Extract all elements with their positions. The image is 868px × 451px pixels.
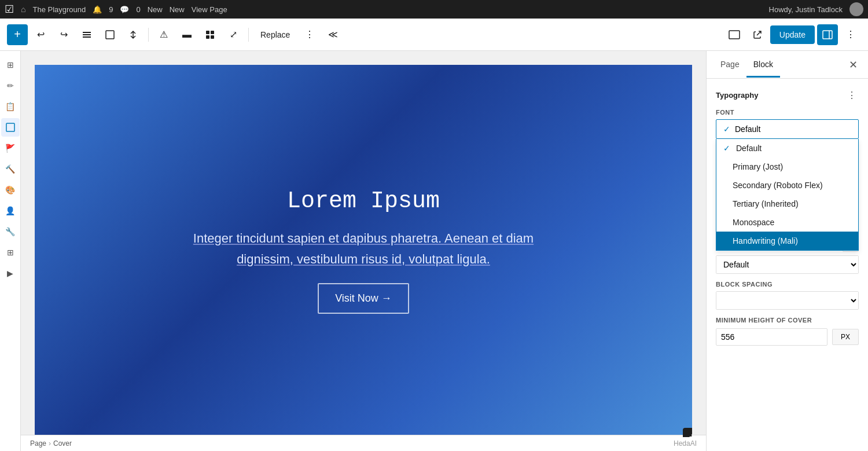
font-option-default[interactable]: ✓ Default — [716, 139, 858, 157]
howdy-text: Howdy, Justin Tadlock — [769, 5, 843, 14]
font-selected-check: ✓ — [723, 124, 730, 134]
sidebar-icon-tools[interactable]: 🔨 — [1, 160, 20, 178]
svg-rect-6 — [206, 35, 209, 39]
svg-rect-1 — [83, 34, 91, 35]
default-check-icon: ✓ — [723, 144, 730, 153]
panel-content: Typography ⋮ FONT ✓ Default ✓ Default Pr… — [707, 79, 868, 451]
font-option-tertiary[interactable]: Tertiary (Inherited) — [716, 195, 858, 213]
svg-rect-0 — [83, 32, 91, 33]
comments-icon[interactable]: 💬 — [120, 5, 129, 14]
sidebar-icon-clipboard[interactable]: 📋 — [1, 97, 20, 116]
margin-select-wrapper: Default 0 Custom — [716, 255, 859, 274]
toggle-sidebar-button[interactable] — [817, 24, 838, 45]
typography-more-button[interactable]: ⋮ — [845, 88, 859, 102]
editor-toolbar: + ↩ ↪ ⚠ ▬ ⤢ Replace ⋮ ≪ Update ⋮ — [0, 19, 868, 51]
svg-rect-7 — [211, 35, 214, 39]
font-option-secondary[interactable]: Secondary (Roboto Flex) — [716, 176, 858, 195]
svg-rect-11 — [6, 123, 14, 131]
font-option-handwriting[interactable]: Handwriting (Mali) — [716, 232, 858, 250]
wp-logo-icon: ☑ — [5, 3, 14, 16]
tab-page[interactable]: Page — [713, 53, 746, 78]
panel-tabs: Page Block ✕ — [707, 51, 868, 79]
sidebar-icon-play[interactable]: ▶ — [1, 264, 20, 283]
block-spacing-select-wrapper: 0 Default — [716, 291, 859, 310]
update-button[interactable]: Update — [770, 25, 815, 44]
view-page-link[interactable]: View Page — [192, 5, 227, 14]
brand-name: HedaAI — [674, 439, 697, 448]
comments-count: 0 — [136, 5, 140, 14]
svg-rect-2 — [83, 36, 91, 38]
sidebar-icon-wrench[interactable]: 🔧 — [1, 222, 20, 241]
font-option-default-label: Default — [736, 144, 762, 153]
min-height-row: PX — [716, 328, 859, 346]
notifications-icon[interactable]: 🔔 — [93, 5, 102, 14]
add-block-button[interactable]: + — [7, 24, 28, 45]
svg-rect-5 — [211, 31, 214, 34]
font-dropdown-button[interactable]: ✓ Default — [716, 119, 859, 139]
canvas-inner: Lorem Ipsum Integer tincidunt sapien et … — [35, 65, 692, 437]
block-button[interactable]: ▬ — [176, 24, 197, 45]
preview-button[interactable] — [100, 24, 120, 45]
warning-button[interactable]: ⚠ — [153, 24, 174, 45]
main-layout: ⊞ ✏ 📋 🚩 🔨 🎨 👤 🔧 ⊞ ▶ Lorem Ipsum Integer … — [0, 51, 868, 451]
block-spacing-section: BLOCK SPACING 0 Default — [716, 281, 859, 310]
site-name: The Playground — [32, 5, 86, 14]
notifications-count: 9 — [109, 5, 113, 14]
small-screen-icon-button[interactable] — [724, 24, 745, 45]
breadcrumb-page[interactable]: Page — [30, 439, 46, 448]
more-options-button[interactable]: ⋮ — [299, 24, 320, 45]
font-dropdown-list: ✓ Default Primary (Jost) Secondary (Robo… — [716, 139, 859, 251]
margin-select[interactable]: Default 0 Custom — [716, 256, 858, 273]
tab-block[interactable]: Block — [746, 53, 780, 78]
cover-title: Lorem Ipsum — [287, 188, 440, 214]
breadcrumb-separator: › — [49, 439, 51, 448]
svg-rect-4 — [206, 31, 209, 34]
external-link-button[interactable] — [747, 24, 768, 45]
font-dropdown-container: ✓ Default ✓ Default Primary (Jost) Secon… — [716, 119, 859, 139]
arrows-button[interactable] — [123, 24, 144, 45]
sidebar-icon-palette[interactable]: 🎨 — [1, 181, 20, 199]
svg-rect-3 — [106, 31, 114, 39]
min-height-unit: PX — [832, 329, 859, 345]
new-button[interactable]: New — [148, 5, 163, 14]
replace-button[interactable]: Replace — [253, 27, 297, 43]
list-view-button[interactable] — [76, 24, 97, 45]
cover-text: Integer tincidunt sapien et dapibus phar… — [190, 228, 537, 269]
redo-button[interactable]: ↪ — [53, 24, 74, 45]
sidebar-icon-flag[interactable]: 🚩 — [1, 139, 20, 157]
canvas-area: Lorem Ipsum Integer tincidunt sapien et … — [21, 51, 706, 451]
left-sidebar: ⊞ ✏ 📋 🚩 🔨 🎨 👤 🔧 ⊞ ▶ — [0, 51, 21, 451]
sidebar-icon-grid[interactable]: ⊞ — [1, 243, 20, 262]
typography-label: Typography — [716, 91, 758, 100]
grid-button[interactable] — [200, 24, 220, 45]
avatar — [849, 2, 863, 16]
site-icon: ⌂ — [21, 5, 25, 14]
breadcrumb-cover[interactable]: Cover — [53, 439, 72, 448]
font-option-primary[interactable]: Primary (Jost) — [716, 157, 858, 176]
font-option-monospace[interactable]: Monospace — [716, 213, 858, 232]
top-navigation-bar: ☑ ⌂ The Playground 🔔 9 💬 0 New New View … — [0, 0, 868, 19]
collapse-button[interactable]: ≪ — [322, 24, 343, 45]
font-field-label: FONT — [716, 109, 859, 116]
block-spacing-label: BLOCK SPACING — [716, 281, 859, 288]
sidebar-icon-layers[interactable] — [1, 118, 20, 137]
fullscreen-button[interactable]: ⤢ — [223, 24, 244, 45]
undo-button[interactable]: ↩ — [30, 24, 51, 45]
sidebar-icon-edit[interactable]: ✏ — [1, 76, 20, 95]
typography-section-header: Typography ⋮ — [716, 88, 859, 102]
add-block-below-button[interactable]: + — [683, 428, 692, 437]
cover-button[interactable]: Visit Now → — [318, 283, 409, 314]
min-height-label: MINIMUM HEIGHT OF COVER — [716, 317, 859, 324]
panel-more-button[interactable]: ⋮ — [840, 24, 861, 45]
close-panel-button[interactable]: ✕ — [845, 57, 861, 73]
new-label[interactable]: New — [170, 5, 185, 14]
svg-rect-9 — [823, 31, 832, 39]
cover-block: Lorem Ipsum Integer tincidunt sapien et … — [35, 65, 692, 437]
status-bar: Page › Cover HedaAI — [21, 435, 706, 451]
sidebar-icon-user[interactable]: 👤 — [1, 201, 20, 220]
min-height-section: MINIMUM HEIGHT OF COVER PX — [716, 317, 859, 346]
min-height-input[interactable] — [716, 328, 827, 346]
sidebar-icon-add[interactable]: ⊞ — [1, 56, 20, 74]
block-spacing-select[interactable]: 0 Default — [716, 292, 858, 309]
right-panel: Page Block ✕ Typography ⋮ FONT ✓ Default… — [706, 51, 868, 451]
